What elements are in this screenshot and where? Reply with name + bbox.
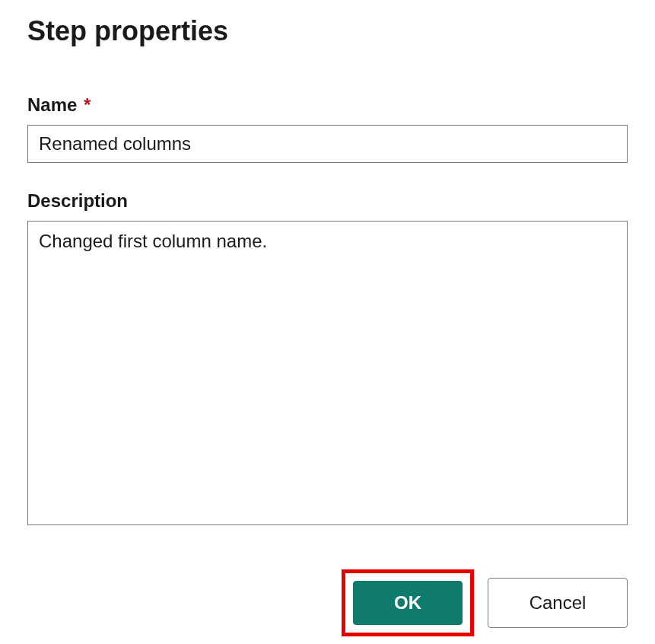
name-field-group: Name * xyxy=(27,94,628,163)
description-textarea[interactable]: Changed first column name. xyxy=(27,221,628,525)
description-label: Description xyxy=(27,190,628,212)
name-label: Name * xyxy=(27,94,628,116)
name-label-text: Name xyxy=(27,94,77,115)
ok-button-highlight: OK xyxy=(342,569,474,636)
dialog-title: Step properties xyxy=(27,15,628,47)
button-row: OK Cancel xyxy=(27,569,628,636)
ok-button[interactable]: OK xyxy=(353,581,463,625)
required-asterisk: * xyxy=(84,94,91,115)
name-input[interactable] xyxy=(27,125,628,163)
cancel-button[interactable]: Cancel xyxy=(488,578,628,628)
description-field-group: Description Changed first column name. xyxy=(27,190,628,528)
